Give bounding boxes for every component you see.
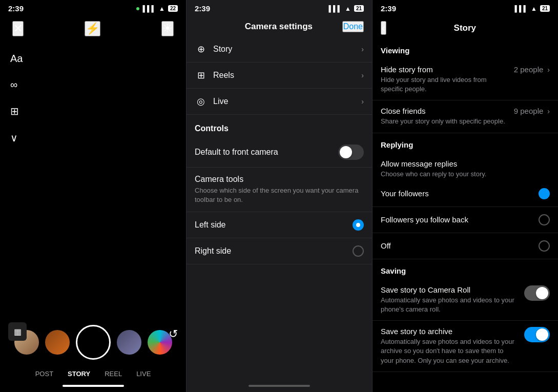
- camera-sidebar: Aa ∞ ⊞ ∨: [0, 43, 186, 144]
- story-content: Viewing Hide story from Hide your story …: [373, 39, 558, 392]
- back-button[interactable]: ‹: [381, 21, 386, 35]
- toggle-knob: [536, 328, 548, 341]
- avatar-3[interactable]: [117, 330, 141, 355]
- chevron-right-icon: ›: [361, 45, 364, 53]
- save-camera-roll-content: Save story to Camera Roll Automatically …: [381, 285, 518, 314]
- front-camera-label: Default to front camera: [195, 148, 278, 157]
- right-side-radio[interactable]: [353, 245, 364, 257]
- camera-tools-item: Camera tools Choose which side of the sc…: [187, 168, 372, 212]
- wifi-icon: ▲: [345, 5, 351, 12]
- camera-tools-desc: Choose which side of the screen you want…: [195, 186, 364, 204]
- home-indicator-settings: [249, 385, 310, 387]
- close-friends-item[interactable]: Close friends Share your story only with…: [373, 100, 558, 133]
- save-archive-toggle[interactable]: [524, 327, 550, 342]
- wifi-badge: 22: [168, 5, 178, 12]
- nav-reel[interactable]: REEL: [105, 370, 122, 378]
- camera-thumbnails: [0, 320, 186, 365]
- reels-icon: ⊞: [195, 70, 207, 81]
- left-side-label: Left side: [195, 220, 225, 230]
- story-menu-item[interactable]: ⊕ Story ›: [187, 36, 372, 63]
- settings-list: ⊕ Story › ⊞ Reels › ◎ Live › Controls De…: [187, 36, 372, 382]
- followers-follow-back-radio[interactable]: [539, 214, 550, 225]
- save-archive-title: Save story to archive: [381, 327, 518, 336]
- camera-nav: POST STORY REEL LIVE: [0, 365, 186, 382]
- close-friends-value: 9 people: [514, 107, 544, 115]
- wifi-badge-settings: 21: [354, 5, 364, 12]
- live-label: Live: [213, 97, 228, 106]
- settings-time: 2:39: [195, 4, 210, 13]
- layout-tool[interactable]: ⊞: [10, 105, 19, 117]
- chevron-right-icon: ›: [547, 66, 550, 74]
- save-archive-item: Save story to archive Automatically save…: [373, 321, 558, 372]
- save-camera-roll-title: Save story to Camera Roll: [381, 285, 518, 294]
- settings-header: Camera settings Done: [187, 15, 372, 36]
- reels-label: Reels: [213, 71, 234, 80]
- signal-icon: ▌▌▌: [514, 5, 528, 12]
- status-bar-story: 2:39 ▌▌▌ ▲ 21: [373, 0, 558, 15]
- off-radio[interactable]: [539, 240, 550, 252]
- wifi-badge-story: 21: [540, 5, 550, 12]
- front-camera-toggle-item: Default to front camera: [187, 137, 372, 168]
- effects-button[interactable]: ☀: [161, 21, 174, 36]
- text-tool[interactable]: Aa: [10, 53, 23, 65]
- story-header: ‹ Story: [373, 15, 558, 39]
- capture-button[interactable]: [76, 325, 111, 360]
- story-settings-panel: 2:39 ▌▌▌ ▲ 21 ‹ Story Viewing Hide story…: [372, 0, 558, 392]
- avatar-2[interactable]: [45, 330, 70, 355]
- saving-header: Saving: [373, 259, 558, 279]
- camera-settings-panel: 2:39 ▌▌▌ ▲ 21 Camera settings Done ⊕ Sto…: [186, 0, 372, 392]
- live-menu-item[interactable]: ◎ Live ›: [187, 89, 372, 115]
- your-followers-radio[interactable]: [539, 188, 550, 199]
- nav-post[interactable]: POST: [35, 370, 53, 378]
- off-radio-item[interactable]: Off: [373, 233, 558, 259]
- story-settings-title: Story: [392, 23, 538, 33]
- rotate-button[interactable]: ↺: [169, 327, 178, 341]
- right-side-radio-item[interactable]: Right side: [187, 238, 372, 264]
- close-friends-desc: Share your story only with specific peop…: [381, 117, 508, 126]
- more-tools[interactable]: ∨: [10, 132, 18, 144]
- reels-item-left: ⊞ Reels: [195, 70, 234, 81]
- allow-replies-desc: Choose who can reply to your story.: [381, 170, 550, 179]
- toggle-knob: [340, 146, 352, 158]
- hide-story-title: Hide story from: [381, 65, 508, 74]
- settings-title: Camera settings: [215, 22, 342, 32]
- close-button[interactable]: ✕: [12, 21, 24, 36]
- gallery-button[interactable]: ▦: [8, 322, 27, 341]
- story-status-icons: ▌▌▌ ▲ 21: [514, 5, 550, 12]
- camera-bottom: ▦ ↺ POST STORY REEL LIVE: [0, 320, 186, 392]
- camera-controls-top: ✕ ⚡ ☀: [0, 15, 186, 43]
- dot-icon: [136, 7, 139, 10]
- flash-button[interactable]: ⚡: [85, 21, 100, 36]
- chevron-right-icon: ›: [547, 107, 550, 115]
- story-label: Story: [213, 45, 232, 54]
- off-label: Off: [381, 241, 391, 250]
- story-item-left: ⊕ Story: [195, 44, 232, 55]
- status-bar-camera: 2:39 ▌▌▌ ▲ 22: [0, 0, 186, 15]
- settings-status-icons: ▌▌▌ ▲ 21: [328, 5, 364, 12]
- left-side-radio[interactable]: [353, 219, 364, 231]
- camera-time: 2:39: [8, 4, 24, 13]
- allow-replies-title: Allow message replies: [381, 159, 550, 168]
- allow-replies-item: Allow message replies Choose who can rep…: [373, 153, 558, 181]
- status-bar-settings: 2:39 ▌▌▌ ▲ 21: [187, 0, 372, 15]
- nav-story[interactable]: STORY: [68, 370, 90, 378]
- nav-live[interactable]: LIVE: [136, 370, 151, 378]
- right-side-label: Right side: [195, 246, 231, 256]
- wifi-icon: ▲: [159, 5, 165, 12]
- reels-menu-item[interactable]: ⊞ Reels ›: [187, 63, 372, 89]
- followers-follow-back-radio-item[interactable]: Followers you follow back: [373, 207, 558, 233]
- hide-story-item[interactable]: Hide story from Hide your story and live…: [373, 59, 558, 100]
- done-button[interactable]: Done: [342, 21, 364, 32]
- close-friends-title: Close friends: [381, 107, 508, 115]
- chevron-right-icon: ›: [361, 97, 364, 106]
- save-archive-content: Save story to archive Automatically save…: [381, 327, 518, 365]
- your-followers-radio-item[interactable]: Your followers: [373, 181, 558, 207]
- wifi-icon: ▲: [531, 5, 537, 12]
- boomerang-tool[interactable]: ∞: [10, 79, 17, 91]
- camera-panel: 2:39 ▌▌▌ ▲ 22 ✕ ⚡ ☀ Aa ∞ ⊞ ∨ ▦ ↺: [0, 0, 186, 392]
- front-camera-toggle[interactable]: [338, 145, 364, 160]
- save-camera-roll-toggle[interactable]: [524, 285, 550, 301]
- camera-tools-title: Camera tools: [195, 175, 364, 184]
- hide-story-value: 2 people: [514, 65, 544, 74]
- left-side-radio-item[interactable]: Left side: [187, 212, 372, 238]
